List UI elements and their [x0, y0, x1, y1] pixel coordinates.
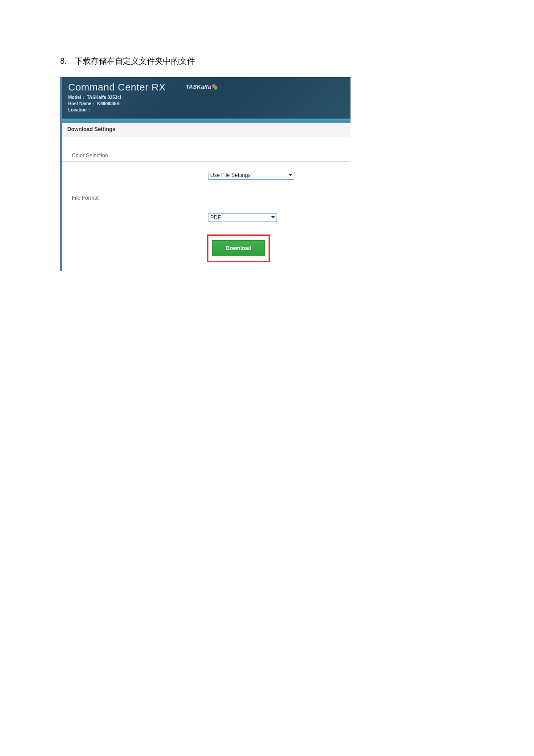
divider-bar	[62, 119, 351, 123]
step-text: 下载存储在自定义文件夹中的文件	[75, 56, 195, 66]
color-selection-label: Color Selection	[62, 150, 350, 162]
panel-heading: Download Settings	[62, 123, 351, 136]
download-area: Download	[207, 234, 351, 262]
hostname-line: Host Name： KM89035B	[68, 101, 166, 107]
location-label: Location：	[68, 107, 91, 112]
step-number: 8.	[60, 57, 67, 66]
download-button[interactable]: Download	[212, 240, 265, 256]
model-value: TASKalfa 3253ci	[87, 95, 121, 100]
color-selection-dropdown[interactable]: Use File Settings	[208, 171, 294, 180]
brand-logo: TASKalfa	[186, 83, 217, 90]
download-highlight-box: Download	[207, 234, 270, 262]
model-line: Model： TASKalfa 3253ci	[68, 94, 166, 101]
step-heading: 8. 下载存储在自定义文件夹中的文件	[60, 56, 534, 66]
location-line: Location：	[68, 107, 166, 113]
app-window: Command Center RX Model： TASKalfa 3253ci…	[60, 77, 351, 271]
logo-icon	[212, 84, 217, 90]
header-info: Command Center RX Model： TASKalfa 3253ci…	[68, 82, 166, 113]
panel-body: Color Selection Use File Settings File F…	[62, 136, 351, 271]
hostname-label: Host Name：	[68, 101, 96, 106]
model-label: Model：	[68, 95, 86, 100]
color-field-area: Use File Settings	[62, 162, 351, 192]
file-format-dropdown[interactable]: PDF	[208, 213, 277, 222]
brand-text: TASKalfa	[186, 83, 211, 90]
format-field-area: PDF	[62, 204, 351, 234]
hostname-value: KM89035B	[97, 101, 120, 106]
file-format-label: File Format	[62, 192, 350, 204]
app-title: Command Center RX	[68, 82, 166, 93]
app-header: Command Center RX Model： TASKalfa 3253ci…	[62, 77, 351, 119]
